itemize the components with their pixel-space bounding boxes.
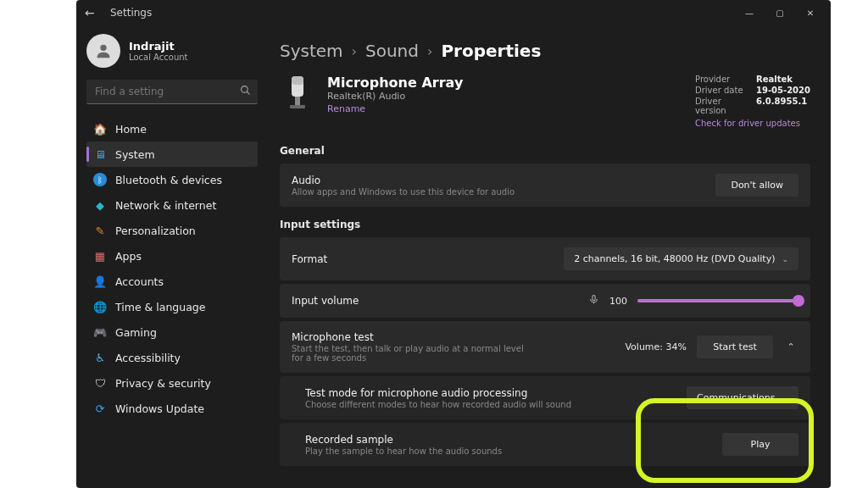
nav-label: Network & internet [115, 199, 216, 212]
format-title: Format [292, 253, 554, 265]
chevron-right-icon: › [352, 43, 357, 59]
user-name: Indrajit [129, 40, 187, 53]
test-mode-card: Test mode for microphone audio processin… [280, 376, 810, 419]
sidebar-item-accessibility[interactable]: ♿Accessibility [86, 345, 258, 370]
sidebar-item-time-language[interactable]: 🌐Time & language [86, 294, 258, 319]
nav-label: Accounts [115, 275, 164, 288]
sidebar-item-privacy-security[interactable]: 🛡Privacy & security [86, 370, 258, 396]
start-test-button[interactable]: Start test [697, 336, 773, 358]
nav-icon: ✎ [93, 224, 107, 237]
test-mode-desc: Choose different modes to hear how recor… [305, 400, 676, 409]
mic-test-volume: Volume: 34% [625, 341, 687, 352]
maximize-button[interactable]: ▢ [765, 1, 795, 25]
driver-info: ProviderRealtek Driver date19-05-2020 Dr… [695, 75, 810, 128]
nav-label: Bluetooth & devices [115, 174, 222, 186]
nav-icon: 🖥 [93, 147, 107, 161]
mic-test-desc: Start the test, then talk or play audio … [292, 344, 529, 363]
breadcrumb-system[interactable]: System [280, 41, 343, 61]
nav-icon: ⟳ [93, 402, 107, 415]
mic-test-card: Microphone test Start the test, then tal… [280, 321, 810, 373]
nav-label: Home [115, 123, 147, 136]
nav-icon: ◆ [93, 198, 107, 212]
format-value: 2 channels, 16 bit, 48000 Hz (DVD Qualit… [574, 253, 775, 264]
driver-version-label: Driver version [695, 97, 751, 115]
window-title: Settings [110, 7, 734, 19]
nav-label: Accessibility [115, 352, 181, 364]
audio-card: Audio Allow apps and Windows to use this… [280, 164, 810, 207]
svg-rect-4 [292, 76, 303, 85]
rename-link[interactable]: Rename [327, 103, 365, 114]
sidebar-item-bluetooth-devices[interactable]: ᛒBluetooth & devices [86, 167, 258, 192]
sidebar-item-network-internet[interactable]: ◆Network & internet [86, 192, 258, 218]
breadcrumb-sound[interactable]: Sound [365, 41, 419, 61]
volume-slider[interactable] [637, 299, 798, 302]
test-mode-dropdown[interactable]: Communications ⌄ [687, 386, 798, 409]
sidebar-item-system[interactable]: 🖥System [86, 141, 258, 167]
nav-label: Time & language [115, 301, 205, 313]
sidebar-item-personalization[interactable]: ✎Personalization [86, 218, 258, 243]
minimize-button[interactable]: — [734, 1, 765, 25]
nav-icon: ▦ [93, 249, 107, 263]
volume-title: Input volume [292, 295, 359, 307]
device-sub: Realtek(R) Audio [327, 91, 683, 102]
close-button[interactable]: ✕ [795, 1, 826, 25]
driver-version-value: 6.0.8955.1 [756, 97, 810, 115]
sidebar: Indrajit Local Account 🏠Home🖥SystemᛒBlue… [76, 25, 264, 488]
nav-icon: 🛡 [93, 376, 107, 390]
input-volume-card: Input volume 100 [280, 284, 810, 318]
general-header: General [280, 145, 810, 157]
input-header: Input settings [280, 219, 810, 230]
driver-date-value: 19-05-2020 [756, 86, 810, 95]
test-mode-title: Test mode for microphone audio processin… [305, 387, 676, 399]
main-content: System › Sound › Properties Microphone A… [264, 25, 831, 488]
nav-icon: 🌐 [93, 300, 107, 313]
nav-icon: 👤 [93, 274, 107, 288]
play-button[interactable]: Play [722, 433, 798, 456]
dont-allow-button[interactable]: Don't allow [715, 174, 798, 197]
search-input[interactable] [86, 80, 258, 104]
nav-icon: 🏠 [93, 122, 107, 136]
audio-title: Audio [292, 175, 705, 186]
test-mode-value: Communications [697, 392, 775, 403]
nav-icon: ᛒ [93, 173, 107, 186]
svg-rect-7 [593, 296, 595, 301]
nav-label: Personalization [115, 225, 196, 237]
format-dropdown[interactable]: 2 channels, 16 bit, 48000 Hz (DVD Qualit… [564, 247, 798, 270]
mic-icon [588, 294, 599, 308]
recorded-sample-title: Recorded sample [305, 434, 712, 446]
mic-test-title: Microphone test [292, 331, 615, 343]
sidebar-item-accounts[interactable]: 👤Accounts [86, 269, 258, 294]
svg-point-1 [242, 86, 248, 93]
breadcrumb-current: Properties [441, 41, 541, 61]
breadcrumb: System › Sound › Properties [280, 41, 810, 61]
titlebar: ← Settings — ▢ ✕ [76, 0, 831, 25]
nav-label: Apps [115, 250, 142, 263]
device-name: Microphone Array [327, 75, 683, 91]
nav-label: System [115, 148, 155, 161]
search-icon [240, 85, 251, 98]
svg-rect-5 [295, 97, 300, 105]
volume-value: 100 [609, 296, 627, 307]
svg-rect-6 [290, 105, 305, 108]
svg-line-2 [247, 92, 249, 94]
search-box[interactable] [86, 80, 258, 104]
sidebar-item-apps[interactable]: ▦Apps [86, 243, 258, 269]
settings-window: ← Settings — ▢ ✕ Indrajit Local Account [76, 0, 831, 488]
sidebar-item-gaming[interactable]: 🎮Gaming [86, 319, 258, 345]
back-arrow-icon[interactable]: ← [85, 6, 102, 19]
nav-list: 🏠Home🖥SystemᛒBluetooth & devices◆Network… [86, 116, 258, 421]
device-header: Microphone Array Realtek(R) Audio Rename… [280, 75, 810, 128]
recorded-sample-card: Recorded sample Play the sample to hear … [280, 423, 810, 466]
expand-collapse-icon[interactable]: ⌃ [783, 341, 798, 352]
check-updates-link[interactable]: Check for driver updates [695, 119, 810, 128]
user-block[interactable]: Indrajit Local Account [86, 34, 258, 68]
user-account: Local Account [129, 53, 187, 62]
chevron-down-icon: ⌄ [782, 255, 788, 263]
svg-point-0 [100, 45, 106, 51]
microphone-icon [280, 75, 315, 115]
audio-desc: Allow apps and Windows to use this devic… [292, 187, 705, 197]
nav-icon: 🎮 [93, 325, 107, 339]
sidebar-item-windows-update[interactable]: ⟳Windows Update [86, 396, 258, 421]
sidebar-item-home[interactable]: 🏠Home [86, 116, 258, 141]
nav-label: Gaming [115, 326, 157, 339]
